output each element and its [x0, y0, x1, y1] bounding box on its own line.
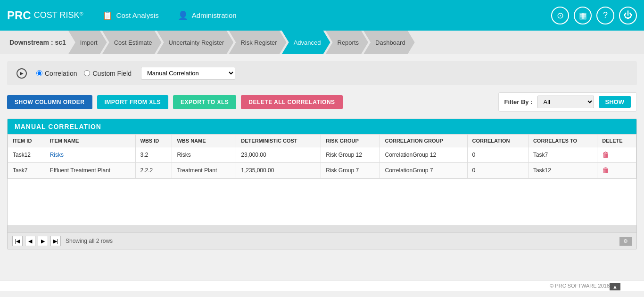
cell-delete[interactable]: 🗑	[597, 147, 636, 163]
radio-custom-field-label: Custom Field	[92, 70, 131, 77]
copyright: © PRC SOFTWARE 2018	[550, 283, 610, 289]
screen-button[interactable]: ▦	[574, 7, 592, 24]
scroll-area[interactable]: ITEM ID ITEM NAME WBS ID WBS NAME DETERM…	[8, 134, 636, 178]
col-item-name: ITEM NAME	[45, 135, 135, 147]
logo-prc: PRC	[7, 9, 31, 22]
tab-advanced[interactable]: Advanced	[282, 31, 330, 54]
col-correlation: CORRELATION	[467, 135, 528, 147]
nav-label-administration: Administration	[192, 11, 237, 19]
col-delete: DELETE	[597, 135, 636, 147]
delete-all-correlations-button[interactable]: DELETE ALL CORRELATIONS	[241, 95, 342, 109]
filter-section: Filter By : All Task12 Task7 SHOW	[498, 92, 637, 112]
nav-item-administration[interactable]: 👤 Administration	[178, 10, 237, 21]
col-det-cost: DETERMINISTIC COST	[236, 135, 321, 147]
cell-det-cost: 23,000.00	[236, 147, 321, 163]
show-button[interactable]: SHOW	[599, 96, 631, 108]
prev-page-button[interactable]: ◀	[25, 236, 35, 246]
power-button[interactable]: ⏻	[619, 7, 637, 24]
logo-tm: ®	[80, 11, 83, 16]
radio-group: Correlation Custom Field	[36, 70, 132, 77]
logo: PRC COST RISK ®	[7, 9, 83, 22]
first-page-button[interactable]: |◀	[12, 236, 23, 246]
cell-item-id: Task12	[8, 147, 45, 163]
col-item-id: ITEM ID	[8, 135, 45, 147]
tab-context-label: Downstream : sc1	[2, 31, 73, 54]
cell-wbs-id: 2.2.2	[135, 163, 172, 178]
cell-delete[interactable]: 🗑	[597, 163, 636, 178]
tab-risk-register[interactable]: Risk Register	[229, 31, 286, 54]
administration-icon: 👤	[178, 10, 188, 21]
cell-risk-group: Risk Group 12	[321, 147, 380, 163]
toggle-button[interactable]: ⊙	[551, 7, 569, 24]
cell-wbs-name: Risks	[172, 147, 236, 163]
table-head: ITEM ID ITEM NAME WBS ID WBS NAME DETERM…	[8, 135, 636, 147]
play-button[interactable]: ▶	[17, 68, 27, 79]
cell-item-id: Task7	[8, 163, 45, 178]
help-button[interactable]: ?	[596, 7, 614, 24]
radio-correlation-label: Correlation	[45, 70, 77, 77]
data-table: ITEM ID ITEM NAME WBS ID WBS NAME DETERM…	[8, 134, 636, 178]
nav-label-cost-analysis: Cost Analysis	[116, 11, 159, 19]
tab-dashboard[interactable]: Dashboard	[363, 31, 415, 54]
show-column-order-button[interactable]: SHOW COLUMN ORDER	[7, 95, 92, 109]
cell-correlation-group: CorrelationGroup 12	[380, 147, 467, 163]
radio-correlation-input[interactable]	[36, 70, 42, 76]
tab-bar: Downstream : sc1 Import Cost Estimate Un…	[0, 31, 644, 54]
correlation-type-dropdown[interactable]: Manual Correlation Auto Correlation	[141, 67, 235, 80]
options-bar: ▶ Correlation Custom Field Manual Correl…	[7, 61, 637, 85]
radio-correlation[interactable]: Correlation	[36, 70, 77, 77]
import-from-xls-button[interactable]: IMPORT FROM XLS	[97, 95, 169, 109]
delete-row-button[interactable]: 🗑	[602, 151, 610, 159]
row-count: Showing all 2 rows	[66, 238, 113, 244]
radio-custom-field-input[interactable]	[84, 70, 90, 76]
export-to-xls-button[interactable]: EXPORT TO XLS	[173, 95, 236, 109]
cell-wbs-id: 3.2	[135, 147, 172, 163]
bottom-bar: |◀ ◀ ▶ ▶| Showing all 2 rows ⚙	[8, 233, 636, 249]
horizontal-scrollbar[interactable]	[8, 225, 636, 233]
cell-item-name: Effluent Treatment Plant	[45, 163, 135, 178]
scroll-top-button[interactable]: ▲	[610, 283, 620, 290]
table-row: Task7 Effluent Treatment Plant 2.2.2 Tre…	[8, 163, 636, 178]
cell-correlation: 0	[467, 147, 528, 163]
cell-correlates-to: Task7	[528, 147, 597, 163]
tab-uncertainty-register[interactable]: Uncertainty Register	[157, 31, 234, 54]
nav-item-cost-analysis[interactable]: 📋 Cost Analysis	[102, 10, 159, 21]
col-risk-group: RISK GROUP	[321, 135, 380, 147]
tab-cost-estimate[interactable]: Cost Estimate	[102, 31, 162, 54]
table-section: MANUAL CORRELATION ITEM ID ITEM NAME WBS…	[7, 119, 637, 249]
filter-dropdown[interactable]: All Task12 Task7	[537, 96, 594, 108]
col-wbs-name: WBS NAME	[172, 135, 236, 147]
nav-items: 📋 Cost Analysis 👤 Administration	[102, 10, 551, 21]
filter-label: Filter By :	[504, 98, 533, 105]
settings-button[interactable]: ⚙	[619, 237, 632, 246]
tab-reports[interactable]: Reports	[326, 31, 369, 54]
tab-import[interactable]: Import	[68, 31, 107, 54]
last-page-button[interactable]: ▶|	[50, 236, 61, 246]
header-row: ITEM ID ITEM NAME WBS ID WBS NAME DETERM…	[8, 135, 636, 147]
cost-analysis-icon: 📋	[102, 10, 113, 21]
table-header-bar: MANUAL CORRELATION	[8, 119, 636, 134]
action-bar: SHOW COLUMN ORDER IMPORT FROM XLS EXPORT…	[7, 92, 637, 112]
cell-det-cost: 1,235,000.00	[236, 163, 321, 178]
table-row: Task12 Risks 3.2 Risks 23,000.00 Risk Gr…	[8, 147, 636, 163]
delete-row-button[interactable]: 🗑	[602, 166, 610, 175]
col-correlates-to: CORRELATES TO	[528, 135, 597, 147]
logo-name: COST RISK	[34, 10, 80, 20]
radio-custom-field[interactable]: Custom Field	[84, 70, 131, 77]
header-icons: ⊙ ▦ ? ⏻	[551, 7, 637, 24]
header: PRC COST RISK ® 📋 Cost Analysis 👤 Admini…	[0, 0, 644, 31]
empty-rows-area	[8, 178, 636, 225]
cell-wbs-name: Treatment Plant	[172, 163, 236, 178]
cell-correlation: 0	[467, 163, 528, 178]
cell-correlates-to: Task12	[528, 163, 597, 178]
content-area: ▶ Correlation Custom Field Manual Correl…	[0, 54, 644, 280]
col-correlation-group: CORRELATION GROUP	[380, 135, 467, 147]
col-wbs-id: WBS ID	[135, 135, 172, 147]
table-body: Task12 Risks 3.2 Risks 23,000.00 Risk Gr…	[8, 147, 636, 178]
cell-risk-group: Risk Group 7	[321, 163, 380, 178]
cell-item-name[interactable]: Risks	[45, 147, 135, 163]
cell-correlation-group: CorrelationGroup 7	[380, 163, 467, 178]
footer: © PRC SOFTWARE 2018 ▲	[0, 280, 644, 291]
next-page-button[interactable]: ▶	[38, 236, 48, 246]
